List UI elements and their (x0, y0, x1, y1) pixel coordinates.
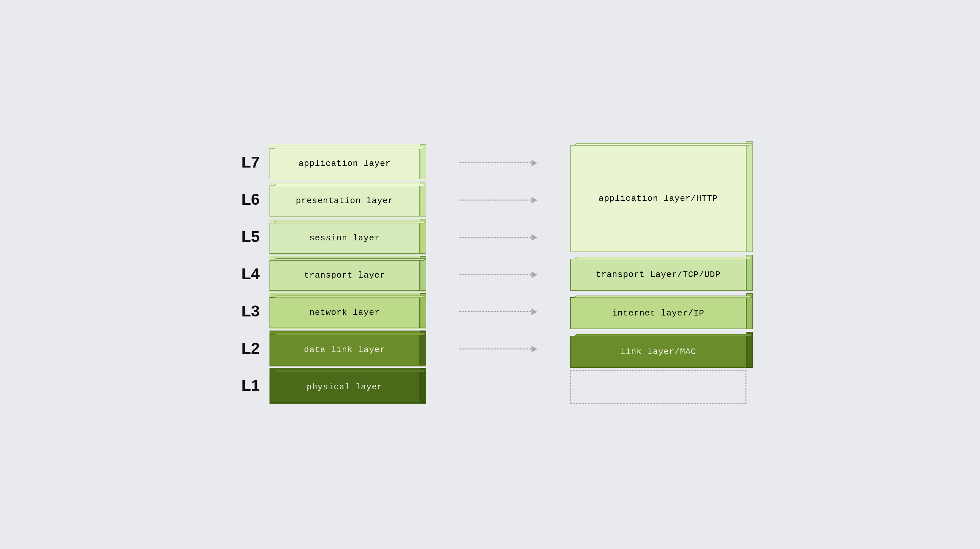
layer-block-l4: transport layer (269, 256, 426, 292)
arrow-row-l7 (452, 144, 544, 181)
arrow-row-l3 (452, 293, 544, 331)
box-top-l4 (274, 258, 426, 261)
layer-row-l5: L5 session layer (227, 219, 426, 255)
box-front-l6: presentation layer (269, 186, 420, 216)
layer-text-l2: data link layer (304, 345, 385, 355)
layer-label-l6: L6 (227, 190, 260, 208)
layer-text-l7: application layer (299, 159, 391, 169)
layer-label-l2: L2 (227, 339, 260, 357)
arrow-head-l7 (531, 160, 538, 166)
dashed-arrow-l3 (459, 312, 538, 312)
layer-row-l6: L6 presentation layer (227, 181, 426, 218)
box-top-l3 (274, 296, 426, 298)
dashed-arrow-l7 (459, 162, 538, 163)
tcpip-side-app (746, 141, 753, 252)
tcpip-front-app: application layer/HTTP (570, 145, 746, 252)
layer-label-l7: L7 (227, 153, 260, 171)
box-front-l1: physical layer (269, 372, 420, 403)
layer-label-l5: L5 (227, 228, 260, 246)
dashed-arrow-l5 (459, 237, 538, 238)
layer-block-l3: network layer (269, 293, 426, 329)
arrow-head-l5 (531, 234, 538, 241)
tcpip-stack: application layer/HTTP transport Layer/T… (570, 141, 753, 408)
layer-label-l3: L3 (227, 302, 260, 320)
tcpip-text-internet: internet layer/IP (612, 308, 704, 318)
layer-row-l2: L2 data link layer (227, 331, 426, 366)
layer-row-l1: L1 physical layer (227, 368, 426, 404)
tcpip-text-app: application layer/HTTP (598, 194, 718, 204)
arrow-head-l3 (531, 309, 538, 315)
box-top-l5 (274, 221, 426, 223)
tcpip-block-physical (570, 370, 753, 408)
layer-label-l1: L1 (227, 377, 260, 395)
tcpip-block-internet: internet layer/IP (570, 293, 753, 329)
box-front-l4: transport layer (269, 260, 420, 291)
dashed-arrow-l2 (459, 349, 538, 350)
box-top-l7 (274, 146, 426, 149)
tcpip-text-link: link layer/MAC (620, 347, 696, 356)
arrows-area (452, 144, 544, 405)
osi-stack: L7 application layer L6 presentation lay… (227, 144, 426, 405)
layer-text-l5: session layer (309, 233, 380, 243)
layer-row-l3: L3 network layer (227, 293, 426, 329)
layer-text-l1: physical layer (307, 382, 382, 392)
layer-block-l5: session layer (269, 219, 426, 255)
box-top-l6 (274, 184, 426, 186)
tcpip-side-transport (746, 255, 753, 291)
layer-text-l3: network layer (309, 308, 380, 317)
layer-block-l6: presentation layer (269, 181, 426, 218)
dashed-line-l3 (459, 311, 531, 312)
layer-block-l1: physical layer (269, 368, 426, 404)
box-front-l2: data link layer (269, 334, 420, 366)
box-side-l6 (420, 181, 426, 216)
arrow-head-l4 (531, 271, 538, 278)
dashed-line-l2 (459, 348, 531, 350)
tcpip-front-link: link layer/MAC (570, 336, 746, 368)
dashed-box-inner (570, 370, 746, 404)
layer-block-l7: application layer (269, 144, 426, 180)
tcpip-front-transport: transport Layer/TCP/UDP (570, 259, 746, 291)
dashed-line-l4 (459, 274, 531, 275)
tcpip-top-app (574, 143, 752, 146)
arrow-row-l5 (452, 219, 544, 256)
tcpip-front-internet: internet layer/IP (570, 297, 746, 329)
box-side-l2 (420, 331, 426, 366)
tcpip-block-app: application layer/HTTP (570, 141, 753, 252)
box-side-l1 (420, 368, 426, 403)
box-front-l7: application layer (269, 148, 420, 179)
arrow-head-l2 (531, 346, 538, 352)
tcpip-top-link (574, 334, 752, 336)
tcpip-block-transport: transport Layer/TCP/UDP (570, 255, 753, 291)
tcpip-block-link: link layer/MAC (570, 332, 753, 368)
box-front-l3: network layer (269, 297, 420, 328)
layer-text-l6: presentation layer (296, 196, 394, 206)
tcpip-side-link (746, 332, 753, 368)
dashed-line-l5 (459, 237, 531, 238)
layer-row-l4: L4 transport layer (227, 256, 426, 292)
dashed-line-l7 (459, 162, 531, 163)
arrow-head-l6 (531, 197, 538, 204)
dashed-arrow-l6 (459, 200, 538, 201)
box-side-l7 (420, 144, 426, 179)
layer-row-l7: L7 application layer (227, 144, 426, 180)
tcpip-side-internet (746, 293, 753, 329)
layer-text-l4: transport layer (304, 271, 385, 280)
diagram-container: L7 application layer L6 presentation lay… (98, 141, 882, 408)
tcpip-top-transport (574, 257, 752, 259)
layer-label-l4: L4 (227, 265, 260, 283)
arrow-row-l4 (452, 256, 544, 293)
dashed-arrow-l4 (459, 274, 538, 275)
dashed-line-l6 (459, 199, 531, 201)
layer-block-l2: data link layer (269, 331, 426, 366)
tcpip-text-transport: transport Layer/TCP/UDP (596, 270, 721, 280)
box-side-l4 (420, 256, 426, 291)
tcpip-top-internet (574, 296, 752, 298)
arrow-row-l6 (452, 181, 544, 219)
arrow-row-l1 (452, 368, 544, 405)
box-side-l5 (420, 219, 426, 254)
box-top-l2 (274, 333, 426, 335)
arrow-row-l2 (452, 331, 544, 368)
box-front-l5: session layer (269, 223, 420, 254)
box-side-l3 (420, 293, 426, 328)
box-top-l1 (274, 370, 426, 372)
